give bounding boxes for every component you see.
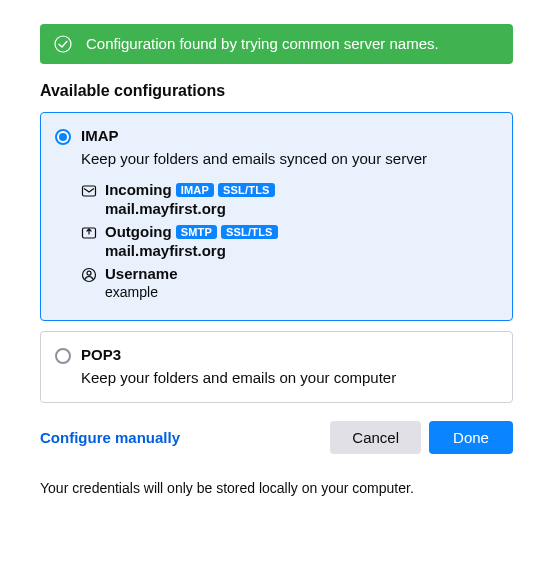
outgoing-protocol-tag: SMTP [176,225,217,239]
cancel-button[interactable]: Cancel [330,421,421,454]
radio-imap[interactable] [55,129,71,145]
outgoing-row: Outgoing SMTP SSL/TLS mail.mayfirst.org [81,223,496,259]
incoming-label: Incoming [105,181,172,198]
imap-body: IMAP Keep your folders and emails synced… [81,127,496,306]
outgoing-security-tag: SSL/TLS [221,225,278,239]
available-configurations-heading: Available configurations [40,82,513,100]
config-option-pop3[interactable]: POP3 Keep your folders and emails on you… [40,331,513,403]
banner-message: Configuration found by trying common ser… [86,34,439,54]
username-row: Username example [81,265,496,300]
success-banner: Configuration found by trying common ser… [40,24,513,64]
user-icon [81,267,97,283]
outgoing-host: mail.mayfirst.org [105,242,496,259]
outgoing-label: Outgoing [105,223,172,240]
config-option-imap[interactable]: IMAP Keep your folders and emails synced… [40,112,513,321]
button-group: Cancel Done [330,421,513,454]
radio-pop3[interactable] [55,348,71,364]
pop3-body: POP3 Keep your folders and emails on you… [81,346,496,388]
outgoing-icon [81,225,97,241]
credentials-footnote: Your credentials will only be stored loc… [40,480,513,496]
incoming-icon [81,183,97,199]
pop3-title: POP3 [81,346,496,363]
footer-row: Configure manually Cancel Done [40,421,513,454]
svg-point-0 [55,36,71,52]
svg-rect-1 [83,186,96,196]
svg-point-4 [87,271,91,275]
username-label: Username [105,265,496,282]
imap-description: Keep your folders and emails synced on y… [81,148,496,169]
incoming-row: Incoming IMAP SSL/TLS mail.mayfirst.org [81,181,496,217]
done-button[interactable]: Done [429,421,513,454]
incoming-protocol-tag: IMAP [176,183,214,197]
pop3-description: Keep your folders and emails on your com… [81,367,496,388]
incoming-host: mail.mayfirst.org [105,200,496,217]
configure-manually-link[interactable]: Configure manually [40,429,180,446]
username-value: example [105,284,496,300]
imap-title: IMAP [81,127,496,144]
incoming-security-tag: SSL/TLS [218,183,275,197]
check-icon [54,35,72,53]
